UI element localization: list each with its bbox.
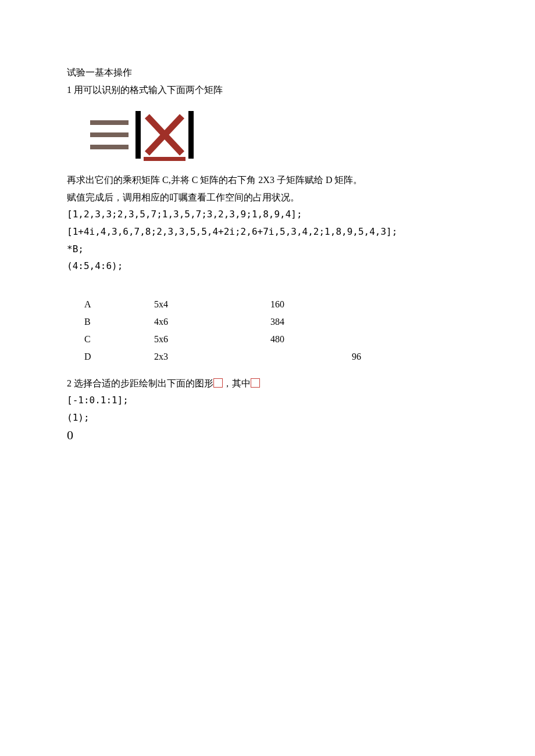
- ws-bytes: 160: [270, 296, 352, 313]
- ws-size: 2x3: [154, 348, 270, 366]
- paragraph-2: 赋值完成后，调用相应的叮嘱查看工作空间的占用状况。: [67, 189, 468, 206]
- trigram-icon: [90, 116, 129, 154]
- ws-name: A: [67, 296, 154, 313]
- matrix-glyph-figure: [90, 109, 468, 161]
- workspace-table: A 5x4 160 B 4x6 384 C 5x6 480 D 2x3: [67, 296, 468, 375]
- ws-extra: [352, 331, 468, 348]
- question-1-heading: 1 用可以识别的格式输入下面两个矩阵: [67, 81, 468, 99]
- ws-bytes: 480: [270, 331, 352, 348]
- code-line-5: [-1:0.1:1];: [67, 392, 468, 409]
- bracketed-x-icon: [135, 111, 194, 159]
- question-2-heading: 2 选择合适的步距绘制出下面的图形，其中: [67, 375, 468, 392]
- table-row: B 4x6 384: [67, 313, 468, 331]
- code-line-2: [1+4i,4,3,6,7,8;2,3,3,5,5,4+2i;2,6+7i,5,…: [67, 223, 468, 241]
- table-row: D 2x3 96: [67, 348, 468, 366]
- ws-extra: [352, 296, 468, 313]
- q2-text-mid: ，其中: [223, 378, 251, 388]
- table-row: A 5x4 160: [67, 296, 468, 313]
- ws-size: 4x6: [154, 313, 270, 331]
- ws-size: 5x6: [154, 331, 270, 348]
- placeholder-box-icon: [251, 378, 260, 388]
- ws-bytes: 384: [270, 313, 352, 331]
- ws-extra: 96: [352, 348, 468, 366]
- q2-text-prefix: 2 选择合适的步距绘制出下面的图形: [67, 378, 213, 388]
- zero-label: 0: [67, 428, 468, 443]
- doc-title: 试验一基本操作: [67, 64, 468, 81]
- ws-size: 5x4: [154, 296, 270, 313]
- code-line-3: *B;: [67, 241, 468, 258]
- ws-extra: [352, 313, 468, 331]
- table-row: C 5x6 480: [67, 331, 468, 348]
- code-line-4: (4:5,4:6);: [67, 257, 468, 275]
- code-line-1: [1,2,3,3;2,3,5,7;1,3,5,7;3,2,3,9;1,8,9,4…: [67, 206, 468, 223]
- ws-name: D: [67, 348, 154, 366]
- ws-name: C: [67, 331, 154, 348]
- ws-name: B: [67, 313, 154, 331]
- placeholder-box-icon: [213, 378, 223, 388]
- ws-bytes: [270, 348, 352, 366]
- code-line-6: (1);: [67, 409, 468, 427]
- paragraph-1: 再求出它们的乘积矩阵 C,并将 C 矩阵的右下角 2X3 子矩阵赋给 D 矩阵。: [67, 171, 468, 189]
